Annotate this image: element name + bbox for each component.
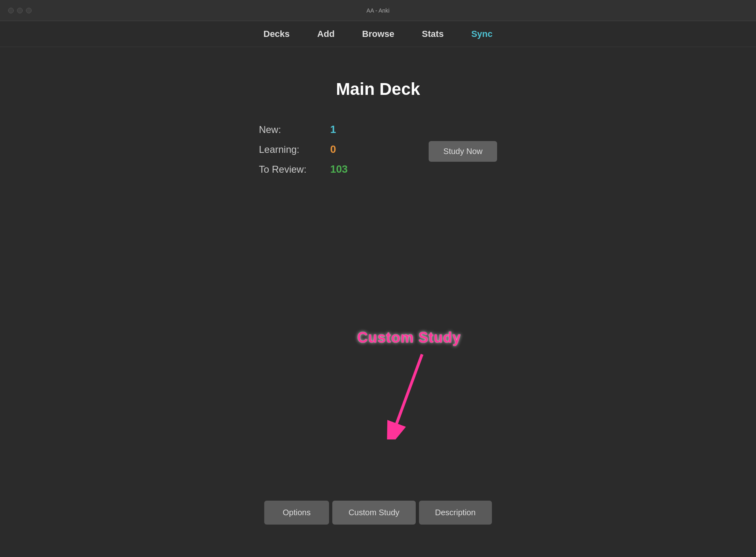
- learning-value: 0: [330, 143, 336, 156]
- learning-stat-row: Learning: 0: [259, 143, 348, 156]
- review-label: To Review:: [259, 164, 324, 175]
- minimize-button[interactable]: [17, 8, 23, 13]
- review-value: 103: [330, 163, 348, 176]
- close-button[interactable]: [8, 8, 14, 13]
- new-stat-row: New: 1: [259, 123, 348, 136]
- learning-label: Learning:: [259, 144, 324, 155]
- options-button[interactable]: Options: [264, 501, 329, 525]
- annotation: Custom Study: [357, 329, 461, 439]
- review-stat-row: To Review: 103: [259, 163, 348, 176]
- nav-bar: Decks Add Browse Stats Sync: [0, 21, 756, 47]
- custom-study-button[interactable]: Custom Study: [332, 501, 416, 525]
- title-bar: AA - Anki: [0, 0, 756, 21]
- nav-add[interactable]: Add: [316, 26, 336, 43]
- window-title: AA - Anki: [367, 7, 390, 14]
- nav-sync[interactable]: Sync: [470, 26, 494, 43]
- new-value: 1: [330, 123, 336, 136]
- stats-list: New: 1 Learning: 0 To Review: 103: [259, 123, 348, 176]
- study-now-button[interactable]: Study Now: [429, 141, 497, 162]
- description-button[interactable]: Description: [419, 501, 492, 525]
- stats-section: New: 1 Learning: 0 To Review: 103 Study …: [259, 123, 497, 176]
- maximize-button[interactable]: [26, 8, 32, 13]
- nav-browse[interactable]: Browse: [361, 26, 396, 43]
- deck-title: Main Deck: [336, 79, 420, 99]
- nav-decks[interactable]: Decks: [262, 26, 291, 43]
- bottom-buttons: Options Custom Study Description: [264, 501, 492, 525]
- new-label: New:: [259, 124, 324, 135]
- annotation-arrow: [382, 350, 446, 439]
- traffic-lights: [8, 8, 32, 13]
- svg-line-1: [394, 354, 422, 431]
- annotation-label: Custom Study: [357, 329, 461, 346]
- nav-stats[interactable]: Stats: [420, 26, 445, 43]
- main-content: Main Deck New: 1 Learning: 0 To Review: …: [0, 47, 756, 557]
